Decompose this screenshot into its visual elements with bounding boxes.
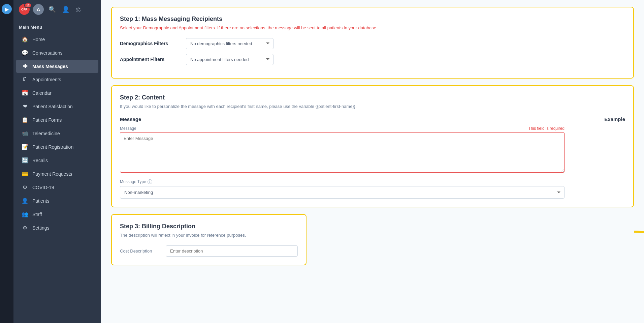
demographics-filter-row: Demographics Filters No demographics fil… [120,38,625,49]
demographics-filter-select[interactable]: No demographics filters needed Has upcom… [186,38,273,49]
info-icon[interactable]: ℹ [148,179,152,184]
sidebar-label-patient-registration: Patient Registration [32,144,73,150]
message-type-section: Message Type ℹ Non-marketing Marketing [120,179,565,199]
sidebar-icon-mass-messages: ✚ [22,63,28,69]
badge-count: 12 [24,3,32,8]
quick-action-button[interactable]: ▶ [2,4,12,14]
sidebar-icon-patients: 👤 [22,198,28,204]
arrow-bottom-decoration [614,225,644,272]
sidebar-label-patient-satisfaction: Patient Satisfaction [32,104,73,109]
sidebar-item-settings[interactable]: ⚙ Settings [16,221,98,234]
sidebar-label-home: Home [32,37,45,42]
sidebar-label-patient-forms: Patient Forms [32,117,62,123]
sidebar-icon-calendar: 📅 [22,90,28,96]
sidebar-icon-patient-satisfaction: ❤ [22,103,28,110]
sidebar-item-telemedicine[interactable]: 📹 Telemedicine [16,127,98,140]
sidebar-item-patient-forms[interactable]: 📋 Patient Forms [16,113,98,126]
message-type-select[interactable]: Non-marketing Marketing [120,186,565,199]
sidebar-icon-settings: ⚙ [22,225,28,231]
sidebar-item-patient-registration[interactable]: 📝 Patient Registration [16,140,98,153]
example-label: Example [571,116,625,122]
message-field-labels: Message This field is required [120,126,565,131]
cost-input[interactable] [166,245,298,257]
sidebar-item-covid-19[interactable]: ⚙ COVID-19 [16,181,98,194]
step3-subtitle: The description will reflect in your inv… [120,232,298,239]
content-grid: Message Message This field is required M… [120,116,625,199]
message-column: Message Message This field is required M… [120,116,565,199]
step1-card: Step 1: Mass Messaging Recipients Select… [111,7,634,79]
sidebar-label-covid-19: COVID-19 [32,185,54,190]
avatar-cfp[interactable]: CFP 12 [19,4,30,15]
sidebar-icon-appointments: 🗓 [22,77,28,83]
sidebar-label-staff: Staff [32,212,42,217]
sidebar-item-recalls[interactable]: 🔄 Recalls [16,154,98,167]
step2-card: Step 2: Content If you would like to per… [111,85,634,208]
step2-subtitle: If you would like to personalize the mes… [120,103,625,110]
step1-subtitle: Select your Demographic and Appointment … [120,25,625,31]
message-type-label: Message Type ℹ [120,179,565,184]
step3-card: Step 3: Billing Description The descript… [111,214,307,265]
main-menu-label: Main Menu [13,19,101,32]
sidebar-icon-home: 🏠 [22,36,28,42]
sidebar-item-patient-satisfaction[interactable]: ❤ Patient Satisfaction [16,100,98,113]
sidebar-icon-payment-requests: 💳 [22,171,28,177]
message-textarea[interactable] [120,132,565,173]
arrow-right-decoration [637,18,644,51]
step1-title: Step 1: Mass Messaging Recipients [120,16,625,23]
sidebar-top-icons: CFP 12 A 🔍 👤 ⚖ [13,0,101,19]
sidebar-item-mass-messages[interactable]: ✚ Mass Messages [16,60,98,73]
main-content: Step 1: Mass Messaging Recipients Select… [101,0,644,323]
required-text: This field is required [528,126,565,131]
user-button[interactable]: 👤 [61,5,71,14]
sidebar-label-mass-messages: Mass Messages [32,64,68,69]
cost-label: Cost Description [120,248,160,254]
appointments-filter-select[interactable]: No appointment filters needed Upcoming a… [186,54,273,65]
step3-wrapper: Step 3: Billing Description The descript… [111,214,634,265]
sidebar-icon-telemedicine: 📹 [22,130,28,137]
filter-button[interactable]: ⚖ [74,5,82,14]
message-section-label: Message [120,116,565,122]
sidebar-nav: 🏠 Home 💬 Conversations ✚ Mass Messages 🗓… [13,32,101,235]
avatar-a[interactable]: A [33,4,44,15]
sidebar-icon-covid-19: ⚙ [22,184,28,190]
sidebar-icon-recalls: 🔄 [22,157,28,164]
sidebar-item-conversations[interactable]: 💬 Conversations [16,46,98,59]
sidebar-icon-staff: 👥 [22,211,28,217]
message-field-label-text: Message [120,126,136,131]
sidebar-icon-conversations: 💬 [22,50,28,56]
sidebar-item-home[interactable]: 🏠 Home [16,33,98,46]
sidebar-item-staff[interactable]: 👥 Staff [16,208,98,221]
demographics-filter-label: Demographics Filters [120,41,181,46]
sidebar-item-payment-requests[interactable]: 💳 Payment Requests [16,167,98,180]
step3-title: Step 3: Billing Description [120,223,298,230]
sidebar-label-telemedicine: Telemedicine [32,131,60,136]
avatar-a-text: A [37,7,40,12]
step2-title: Step 2: Content [120,94,625,101]
sidebar-item-calendar[interactable]: 📅 Calendar [16,86,98,99]
sidebar: CFP 12 A 🔍 👤 ⚖ Main Menu 🏠 Home 💬 Conver… [13,0,101,323]
avatar-text: CFP [21,8,27,11]
sidebar-label-patients: Patients [32,198,50,204]
sidebar-icon-patient-registration: 📝 [22,144,28,150]
sidebar-label-recalls: Recalls [32,158,48,163]
quick-panel: ▶ [0,0,13,323]
sidebar-label-payment-requests: Payment Requests [32,171,72,177]
sidebar-label-conversations: Conversations [32,50,63,56]
appointments-filter-row: Appointment Filters No appointment filte… [120,54,625,65]
sidebar-label-calendar: Calendar [32,90,52,96]
sidebar-item-patients[interactable]: 👤 Patients [16,194,98,207]
search-button[interactable]: 🔍 [47,5,57,14]
example-column: Example [571,116,625,199]
sidebar-item-appointments[interactable]: 🗓 Appointments [16,73,98,86]
sidebar-label-settings: Settings [32,225,50,231]
cost-row: Cost Description [120,245,298,257]
sidebar-icon-patient-forms: 📋 [22,117,28,123]
sidebar-label-appointments: Appointments [32,77,61,82]
appointments-filter-label: Appointment Filters [120,57,181,62]
